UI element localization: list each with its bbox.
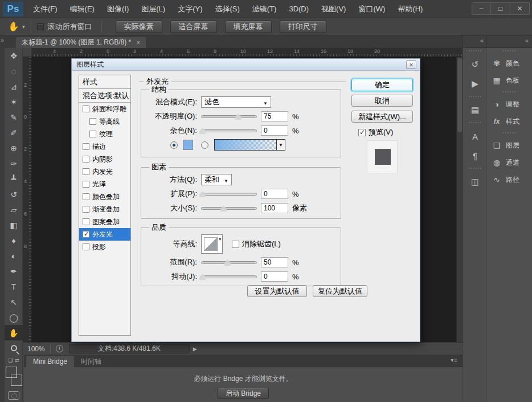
channels-panel[interactable]: ◍ 通道 xyxy=(486,154,532,171)
layers-panel[interactable]: ❏ 图层 xyxy=(486,137,532,154)
eyedropper-tool[interactable]: ✐ xyxy=(5,125,23,140)
opacity-slider[interactable] xyxy=(201,111,257,122)
properties-panel[interactable]: ▤ xyxy=(463,100,487,120)
zoom-preset-button[interactable]: 填充屏幕 xyxy=(225,21,272,33)
style-item[interactable]: 内发光 xyxy=(79,165,130,178)
swap-colors-icon[interactable]: ⇄ xyxy=(15,358,19,363)
maximize-button[interactable]: □ xyxy=(491,2,510,15)
pen-tool[interactable]: ✒ xyxy=(5,263,23,279)
status-clock-icon[interactable] xyxy=(56,345,63,352)
dodge-tool[interactable]: ◐ xyxy=(5,248,23,263)
dialog-title-bar[interactable]: 图层样式 ✕ xyxy=(72,59,420,71)
ok-button[interactable]: 确定 xyxy=(351,79,413,91)
gradient-tool[interactable]: ◧ xyxy=(5,217,23,233)
style-checkbox[interactable] xyxy=(83,218,89,225)
history-brush-tool[interactable]: ↺ xyxy=(5,186,23,202)
style-item[interactable]: 渐变叠加 xyxy=(79,203,130,216)
quick-mask-button[interactable] xyxy=(8,391,19,400)
lasso-tool[interactable]: ⊿ xyxy=(5,79,23,94)
zoom-preset-button[interactable]: 实际像素 xyxy=(116,21,162,33)
style-item[interactable]: 斜面和浮雕 xyxy=(79,103,130,115)
menu-item[interactable]: 编辑(E) xyxy=(64,0,101,18)
glow-color-swatch[interactable] xyxy=(183,140,193,150)
3d-panel[interactable]: ◫ xyxy=(463,172,487,192)
paint-brush-tool[interactable]: ✑ xyxy=(5,156,23,171)
opacity-input[interactable] xyxy=(261,111,288,121)
default-colors-icon[interactable]: ❏ xyxy=(8,358,13,363)
tab-close-icon[interactable]: × xyxy=(136,39,140,47)
solid-color-radio[interactable] xyxy=(170,141,178,149)
marquee-tool[interactable]: ◌ xyxy=(5,63,23,79)
actions-panel[interactable]: ▶ xyxy=(463,74,487,94)
bottom-panel-tab[interactable]: Mini Bridge xyxy=(26,356,74,367)
jitter-slider[interactable] xyxy=(201,271,257,282)
style-item[interactable]: 图案叠加 xyxy=(79,216,130,228)
type-tool[interactable]: T xyxy=(5,279,23,294)
slider-thumb[interactable] xyxy=(235,113,242,120)
brush-tool[interactable]: ✎ xyxy=(5,109,23,125)
minimize-button[interactable]: – xyxy=(472,2,491,15)
bottom-panel-tab[interactable]: 时间轴 xyxy=(74,356,108,367)
zoom-preset-button[interactable]: 适合屏幕 xyxy=(170,21,217,33)
color-panel[interactable]: ✾ 颜色 xyxy=(486,55,532,72)
shape-tool[interactable]: ◯ xyxy=(5,310,23,325)
scroll-all-windows-checkbox[interactable] xyxy=(37,23,44,30)
cancel-button[interactable]: 取消 xyxy=(351,95,413,107)
style-checkbox[interactable] xyxy=(83,231,89,238)
path-select-tool[interactable]: ↖ xyxy=(5,294,23,310)
menu-item[interactable]: 选择(S) xyxy=(208,0,245,18)
style-item[interactable]: 描边 xyxy=(79,140,130,153)
chevron-down-icon[interactable]: ▼ xyxy=(276,140,285,150)
dock-collapse-header[interactable]: « xyxy=(463,35,486,48)
range-slider[interactable] xyxy=(201,257,257,268)
size-input[interactable] xyxy=(261,203,288,213)
style-checkbox[interactable] xyxy=(83,143,89,150)
expand-toolbar-icon[interactable]: » xyxy=(1,36,4,43)
set-default-button[interactable]: 设置为默认值 xyxy=(247,285,307,297)
blur-tool[interactable]: ♦ xyxy=(5,233,23,248)
chevron-down-icon[interactable]: ▼ xyxy=(218,235,222,253)
character-panel[interactable]: A xyxy=(463,127,487,146)
style-checkbox[interactable] xyxy=(89,131,96,137)
zoom-tool[interactable] xyxy=(5,340,23,356)
styles-panel[interactable]: fx 样式 xyxy=(486,113,532,130)
status-menu-arrow-icon[interactable]: ▶ xyxy=(193,346,197,352)
style-item[interactable]: 内阴影 xyxy=(79,153,130,165)
dock-collapse-header[interactable]: « xyxy=(486,35,532,48)
menu-item[interactable]: 窗口(W) xyxy=(352,0,391,18)
blend-mode-select[interactable]: 滤色 ▼ xyxy=(201,96,271,108)
slider-thumb[interactable] xyxy=(220,205,227,212)
hand-tool[interactable]: ✋ xyxy=(5,325,23,340)
antialias-checkbox[interactable] xyxy=(232,241,239,248)
preview-checkbox[interactable] xyxy=(358,129,366,136)
jitter-input[interactable] xyxy=(261,271,288,282)
menu-item[interactable]: 文字(Y) xyxy=(171,0,208,18)
zoom-level[interactable]: 100% xyxy=(27,345,45,353)
style-checkbox[interactable] xyxy=(83,168,89,175)
style-checkbox[interactable] xyxy=(89,118,96,125)
launch-bridge-button[interactable]: 启动 Bridge xyxy=(218,388,269,399)
style-item[interactable]: 外发光 xyxy=(79,228,130,241)
style-item[interactable]: 投影 xyxy=(79,241,130,253)
menu-item[interactable]: 视图(V) xyxy=(315,0,352,18)
magic-wand-tool[interactable]: ✶ xyxy=(5,94,23,109)
range-input[interactable] xyxy=(261,257,288,267)
dialog-close-button[interactable]: ✕ xyxy=(406,60,416,69)
history-panel[interactable]: ↺ xyxy=(463,55,487,74)
panel-menu-icon[interactable]: ▾≡ xyxy=(451,357,458,363)
size-slider[interactable] xyxy=(201,202,257,214)
document-tab[interactable]: 未标题-1 @ 100% (图层 1, RGB/8) * × xyxy=(16,37,146,48)
noise-input[interactable] xyxy=(261,125,288,136)
menu-item[interactable]: 图像(I) xyxy=(101,0,135,18)
style-item[interactable]: 纹理 xyxy=(79,128,130,140)
spread-input[interactable] xyxy=(261,189,288,199)
eraser-tool[interactable]: ▱ xyxy=(5,202,23,217)
menu-item[interactable]: 图层(L) xyxy=(135,0,171,18)
blending-options-item[interactable]: 混合选项:默认 xyxy=(79,89,130,103)
swatches-panel[interactable]: ▦ 色板 xyxy=(486,72,532,89)
new-style-button[interactable]: 新建样式(W)... xyxy=(351,111,413,123)
menu-item[interactable]: 滤镜(T) xyxy=(246,0,283,18)
vertical-scrollbar[interactable] xyxy=(456,57,463,342)
style-checkbox[interactable] xyxy=(83,181,89,188)
menu-item[interactable]: 3D(D) xyxy=(283,0,315,18)
